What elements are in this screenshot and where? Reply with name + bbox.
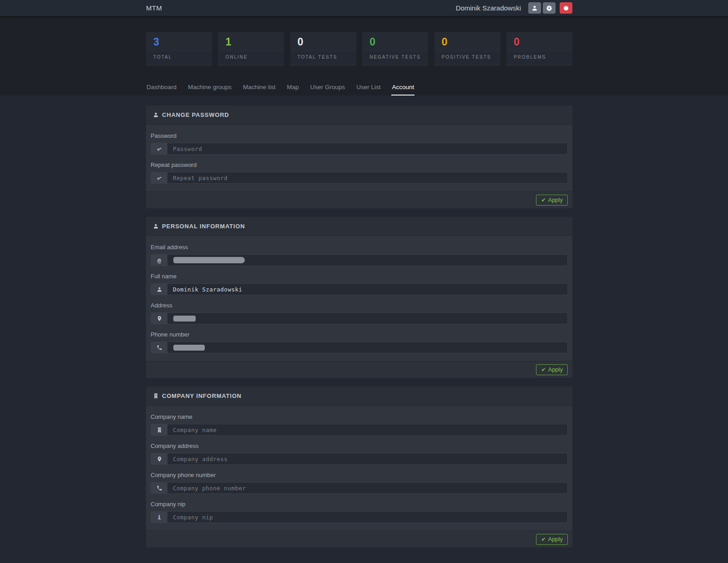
panel-footer: ✔ Apply: [146, 191, 572, 208]
tab-bar: Dashboard Machine groups Machine list Ma…: [146, 80, 572, 96]
main-content: CHANGE PASSWORD Password Repeat password: [0, 96, 728, 563]
company-address-input[interactable]: [167, 453, 567, 464]
user-icon: [151, 284, 167, 295]
stat-card-positive-tests: 0 POSITIVE TESTS: [435, 32, 500, 66]
tab-dashboard[interactable]: Dashboard: [146, 80, 177, 96]
apply-password-button[interactable]: ✔ Apply: [536, 195, 568, 206]
apply-company-button[interactable]: ✔ Apply: [536, 534, 568, 545]
full-name-input-group: [151, 283, 568, 295]
stat-card-total: 3 TOTAL: [146, 32, 212, 66]
stat-card-online: 1 ONLINE: [218, 32, 284, 66]
stat-card-problems: 0 PROBLEMS: [506, 32, 572, 66]
address-label: Address: [151, 302, 568, 309]
gear-icon: [546, 5, 552, 11]
tab-machine-groups[interactable]: Machine groups: [187, 80, 232, 96]
apply-button-label: Apply: [548, 536, 563, 543]
email-input-group: @: [151, 254, 568, 266]
stats-section: 3 TOTAL 1 ONLINE 0 TOTAL TESTS 0 NEGATIV…: [0, 16, 728, 96]
stat-value: 3: [146, 32, 212, 51]
company-information-panel: COMPANY INFORMATION Company name Company…: [146, 387, 572, 548]
repeat-password-input-group: [151, 172, 568, 184]
company-nip-input-group: i: [151, 511, 568, 523]
phone-input-group: [151, 342, 568, 353]
company-address-input-group: [151, 453, 568, 465]
full-name-label: Full name: [151, 273, 568, 280]
user-icon: [531, 5, 538, 11]
panel-title: CHANGE PASSWORD: [162, 111, 229, 118]
panel-footer: ✔ Apply: [146, 531, 572, 548]
company-phone-input[interactable]: [167, 483, 567, 493]
repeat-password-input[interactable]: [167, 172, 567, 183]
password-label: Password: [151, 132, 568, 139]
apply-button-label: Apply: [548, 196, 563, 203]
check-icon: ✔: [541, 367, 546, 373]
full-name-input[interactable]: [167, 284, 567, 295]
company-nip-input[interactable]: [167, 512, 567, 523]
stat-label: ONLINE: [218, 51, 284, 64]
company-name-input-group: [151, 424, 568, 436]
redaction-bar: [173, 316, 196, 322]
check-icon: ✔: [541, 197, 546, 203]
app-brand: MTM: [146, 4, 162, 12]
tab-account[interactable]: Account: [391, 80, 415, 96]
stat-label: TOTAL: [146, 51, 212, 64]
company-name-label: Company name: [151, 413, 568, 420]
panel-title: COMPANY INFORMATION: [162, 392, 242, 399]
stat-value: 1: [218, 32, 284, 51]
company-nip-label: Company nip: [151, 501, 568, 508]
apply-button-label: Apply: [548, 366, 563, 373]
location-pin-icon: [151, 313, 167, 324]
stat-value: 0: [506, 32, 572, 51]
personal-information-panel: PERSONAL INFORMATION Email address @ Ful…: [146, 217, 572, 378]
address-input[interactable]: [167, 313, 567, 324]
tab-user-groups[interactable]: User Groups: [310, 80, 346, 96]
apply-personal-button[interactable]: ✔ Apply: [536, 364, 568, 375]
user-icon: [153, 112, 162, 118]
address-input-group: [151, 312, 568, 324]
redaction-bar: [173, 257, 245, 263]
company-phone-label: Company phone number: [151, 472, 568, 478]
profile-button[interactable]: [528, 2, 541, 14]
tab-user-list[interactable]: User List: [356, 80, 381, 96]
repeat-password-label: Repeat password: [151, 161, 568, 168]
panel-header: COMPANY INFORMATION: [146, 387, 572, 406]
tab-machine-list[interactable]: Machine list: [243, 80, 276, 96]
stat-label: PROBLEMS: [506, 51, 572, 64]
phone-icon: [151, 483, 167, 493]
building-icon: [151, 424, 167, 435]
topbar: MTM Dominik Szaradowski: [0, 0, 728, 16]
panel-title: PERSONAL INFORMATION: [162, 223, 245, 230]
stat-cards: 3 TOTAL 1 ONLINE 0 TOTAL TESTS 0 NEGATIV…: [146, 32, 572, 66]
panel-header: PERSONAL INFORMATION: [146, 217, 572, 236]
power-icon: [563, 5, 569, 11]
password-input[interactable]: [167, 143, 567, 154]
stat-value: 0: [290, 32, 356, 51]
building-icon: [153, 393, 162, 399]
stat-card-total-tests: 0 TOTAL TESTS: [290, 32, 356, 66]
change-password-panel: CHANGE PASSWORD Password Repeat password: [146, 106, 572, 208]
logout-button[interactable]: [560, 2, 572, 14]
email-label: Email address: [151, 244, 568, 251]
info-icon: i: [151, 512, 167, 523]
stat-card-negative-tests: 0 NEGATIVE TESTS: [362, 32, 428, 66]
location-pin-icon: [151, 453, 167, 464]
company-phone-input-group: [151, 482, 568, 494]
key-icon: [151, 143, 167, 154]
panel-footer: ✔ Apply: [146, 361, 572, 378]
at-icon: @: [151, 255, 167, 266]
password-input-group: [151, 143, 568, 155]
stat-value: 0: [435, 32, 500, 51]
phone-label: Phone number: [151, 331, 568, 338]
key-icon: [151, 172, 167, 183]
topbar-username: Dominik Szaradowski: [456, 4, 521, 12]
phone-input[interactable]: [167, 342, 567, 353]
tab-map[interactable]: Map: [286, 80, 299, 96]
stat-label: TOTAL TESTS: [290, 51, 356, 64]
company-name-input[interactable]: [167, 424, 567, 435]
company-address-label: Company address: [151, 442, 568, 449]
user-icon: [153, 223, 162, 229]
settings-button[interactable]: [543, 2, 556, 14]
redaction-bar: [173, 345, 205, 351]
check-icon: ✔: [541, 536, 546, 543]
stat-label: POSITIVE TESTS: [435, 51, 500, 64]
